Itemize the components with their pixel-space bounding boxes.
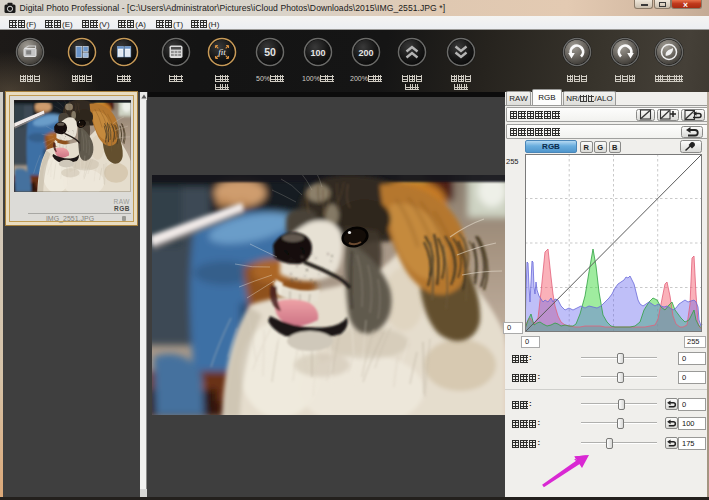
svg-text:200: 200 xyxy=(358,48,373,58)
svg-text:100: 100 xyxy=(310,48,325,58)
svg-text:fit: fit xyxy=(218,47,226,57)
svg-text:50: 50 xyxy=(264,46,276,58)
